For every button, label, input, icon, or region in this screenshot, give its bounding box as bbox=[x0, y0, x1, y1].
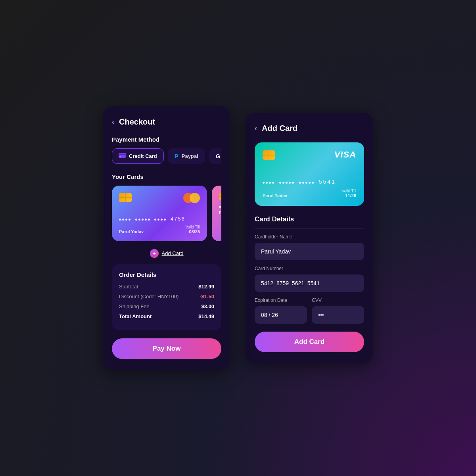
form-row-expiry-cvv: Expiration Date CVV bbox=[255, 292, 364, 324]
cvv-input[interactable] bbox=[312, 306, 364, 324]
paypal-label: Paypal bbox=[182, 153, 198, 159]
visa-card-number: 5541 bbox=[263, 178, 356, 185]
pay-now-button[interactable]: Pay Now bbox=[112, 338, 221, 359]
order-row-shipping: Shipping Fee $3.00 bbox=[119, 303, 214, 309]
payment-paypal-button[interactable]: P Paypal bbox=[168, 148, 205, 164]
gpay-icon: G bbox=[216, 153, 221, 159]
cardholder-name-label: Cardholder Name bbox=[255, 234, 364, 240]
card-chip-1 bbox=[119, 193, 132, 202]
checkout-back-button[interactable]: ‹ bbox=[112, 118, 114, 126]
order-row-total: Total Amount $14.49 bbox=[119, 313, 214, 319]
addcard-back-button[interactable]: ‹ bbox=[255, 124, 257, 132]
visa-valid-label: Valid Till bbox=[342, 189, 357, 193]
addcard-panel: ‹ Add Card VISA 5541 Parul Yadav Valid T… bbox=[246, 113, 373, 363]
order-row-discount: Discount (Code: HNY100) -$1.50 bbox=[119, 294, 214, 299]
card-number-label: Card Number bbox=[255, 266, 364, 271]
svg-rect-0 bbox=[119, 153, 126, 158]
order-row-subtotal: Subtotal $12.99 bbox=[119, 284, 214, 290]
svg-rect-1 bbox=[119, 154, 126, 155]
cardholder-name-input[interactable] bbox=[255, 243, 364, 260]
cvv-label: CVV bbox=[312, 298, 364, 303]
payment-methods-row: Credit Card P Paypal G GPay bbox=[112, 148, 221, 164]
order-total-value: $14.49 bbox=[198, 313, 214, 319]
add-card-label: Add Card bbox=[162, 250, 184, 256]
order-shipping-value: $3.00 bbox=[201, 303, 214, 309]
cards-section: Your Cards 4756 bbox=[112, 173, 221, 241]
svg-rect-2 bbox=[119, 156, 121, 157]
visa-valid-value: 11/26 bbox=[342, 193, 357, 198]
addcard-title: Add Card bbox=[262, 124, 298, 133]
checkout-panel: ‹ Checkout Payment Method Credit Card P … bbox=[103, 106, 230, 370]
card-name-1: Parul Yadav bbox=[119, 229, 144, 234]
order-subtotal-label: Subtotal bbox=[119, 284, 138, 290]
card-details-title: Card Details bbox=[255, 215, 364, 228]
visa-card-name: Parul Yadav bbox=[263, 193, 287, 198]
card-item-2[interactable]: Parul bbox=[212, 186, 221, 241]
card-number-1: 4756 bbox=[119, 216, 200, 222]
cvv-col: CVV bbox=[312, 292, 364, 324]
payment-method-title: Payment Method bbox=[112, 136, 221, 143]
order-details-title: Order Details bbox=[119, 271, 214, 278]
add-circle-icon: + bbox=[150, 249, 159, 258]
credit-card-label: Credit Card bbox=[129, 153, 157, 159]
expiration-input[interactable] bbox=[255, 306, 307, 324]
card-valid-label-1: Valid Till bbox=[186, 225, 200, 229]
checkout-header: ‹ Checkout bbox=[112, 117, 221, 127]
visa-card-visual: VISA 5541 Parul Yadav Valid Till 11/26 bbox=[255, 142, 364, 206]
order-discount-label: Discount (Code: HNY100) bbox=[119, 294, 178, 299]
mastercard-logo-1 bbox=[183, 193, 200, 203]
order-subtotal-value: $12.99 bbox=[198, 284, 214, 290]
card-number-input[interactable] bbox=[255, 274, 364, 292]
order-total-label: Total Amount bbox=[119, 313, 152, 319]
payment-gpay-button[interactable]: G GPay bbox=[209, 148, 221, 164]
your-cards-title: Your Cards bbox=[112, 173, 221, 180]
order-shipping-label: Shipping Fee bbox=[119, 303, 150, 309]
payment-credit-card-button[interactable]: Credit Card bbox=[112, 148, 164, 164]
card-name-2: Parul bbox=[219, 210, 221, 215]
visa-brand-text: VISA bbox=[334, 150, 356, 160]
expiry-col: Expiration Date bbox=[255, 292, 307, 324]
addcard-header: ‹ Add Card bbox=[255, 124, 364, 133]
add-card-link[interactable]: + Add Card bbox=[112, 249, 221, 258]
paypal-icon: P bbox=[175, 153, 178, 159]
card-chip-2 bbox=[219, 193, 221, 200]
order-discount-value: -$1.50 bbox=[200, 294, 214, 299]
credit-card-icon bbox=[119, 153, 126, 159]
expiration-label: Expiration Date bbox=[255, 298, 307, 303]
add-card-button[interactable]: Add Card bbox=[255, 332, 364, 352]
visa-card-chip bbox=[263, 150, 275, 160]
cards-scroll: 4756 Parul Yadav Valid Till 08/25 bbox=[112, 186, 221, 241]
card-valid-value-1: 08/25 bbox=[186, 229, 200, 234]
order-details-section: Order Details Subtotal $12.99 Discount (… bbox=[112, 264, 221, 330]
card-item-1[interactable]: 4756 Parul Yadav Valid Till 08/25 bbox=[112, 186, 207, 241]
checkout-title: Checkout bbox=[119, 117, 155, 127]
card-number-2 bbox=[219, 204, 221, 209]
